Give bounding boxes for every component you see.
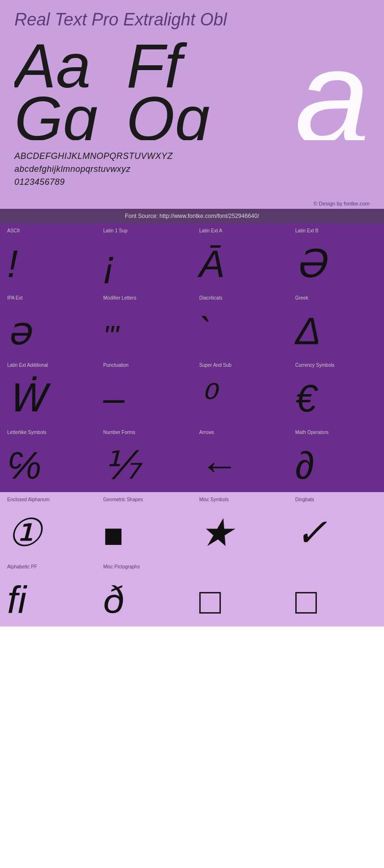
cat-greek: Greek <box>295 295 308 301</box>
cell-miscsymbols: Misc Symbols ★ <box>192 492 288 559</box>
cell-dingbats: Dingbats ✓ <box>288 492 384 559</box>
cell-miscpicto: Misc Pictographs ð <box>96 559 192 627</box>
cat-letterlike: Letterlike Symbols <box>7 430 47 435</box>
cat-arrows: Arrows <box>199 430 214 435</box>
sym-letterlike: ℅ <box>7 446 41 485</box>
sym-diacriticals: ` <box>199 312 212 350</box>
cat-alphabeticpf: Alphabetic PF <box>7 564 37 569</box>
cell-latinextadd: Latin Ext Additional Ẇ <box>0 358 96 425</box>
cat-miscsymbols: Misc Symbols <box>199 497 229 502</box>
cat-modletters: Modifier Letters <box>103 295 136 301</box>
sym-ipaext: ə <box>7 312 31 350</box>
cat-currency: Currency Symbols <box>295 362 335 368</box>
cat-miscpicto: Misc Pictographs <box>103 564 140 569</box>
letter-display: Aa Gg Ff Qq a <box>14 35 370 140</box>
cat-numberforms: Number Forms <box>103 430 135 435</box>
sym-latinextb: Ə <box>295 245 325 283</box>
sym-ascii: ! <box>7 245 18 283</box>
cell-diacriticals: Diacriticals ` <box>192 290 288 358</box>
cell-mathops: Math Operators ∂ <box>288 425 384 492</box>
sym-numberforms: ⅐ <box>103 446 141 485</box>
cell-punctuation: Punctuation – <box>96 358 192 425</box>
grid-row-1: ASCII ! Latin 1 Sup ¡ Latin Ext A Ā Lati… <box>0 223 384 290</box>
cat-latin1sup: Latin 1 Sup <box>103 228 128 233</box>
sym-box2: □ <box>295 583 317 619</box>
cell-latinextb: Latin Ext B Ə <box>288 223 384 290</box>
alphabet-lower: abcdefghijklmnopqrstuvwxyz <box>14 163 370 176</box>
cell-enclosedalpha: Enclosed Alphanum ① <box>0 492 96 559</box>
cat-geoshapes: Geometric Shapes <box>103 497 143 502</box>
cell-arrows: Arrows ← <box>192 425 288 492</box>
grid-row-4: Letterlike Symbols ℅ Number Forms ⅐ Arro… <box>0 425 384 492</box>
cell-modletters: Modifier Letters "' <box>96 290 192 358</box>
sym-greek: Δ <box>295 312 321 350</box>
sym-latinextadd: Ẇ <box>7 379 45 418</box>
cat-ipaext: IPA Ext <box>7 295 23 301</box>
cat-punctuation: Punctuation <box>103 362 129 368</box>
cell-geoshapes: Geometric Shapes ■ <box>96 492 192 559</box>
cell-letterlike: Letterlike Symbols ℅ <box>0 425 96 492</box>
sym-dingbats: ✓ <box>295 514 327 552</box>
cell-superandsub: Super And Sub ⁰ <box>192 358 288 425</box>
cell-box1: □ <box>192 559 288 627</box>
cat-latinexta: Latin Ext A <box>199 228 222 233</box>
sym-box1: □ <box>199 583 221 619</box>
letter-gg: Gg <box>14 87 97 140</box>
sym-enclosedalpha: ① <box>7 514 42 552</box>
cell-greek: Greek Δ <box>288 290 384 358</box>
sym-modletters: "' <box>103 322 119 350</box>
cat-enclosedalpha: Enclosed Alphanum <box>7 497 49 502</box>
alphabet-section: ABCDEFGHIJKLMNOPQRSTUVWXYZ abcdefghijklm… <box>0 145 384 198</box>
sym-geoshapes: ■ <box>103 518 123 552</box>
alphabet-upper: ABCDEFGHIJKLMNOPQRSTUVWXYZ <box>14 150 370 163</box>
cell-numberforms: Number Forms ⅐ <box>96 425 192 492</box>
cell-ipaext: IPA Ext ə <box>0 290 96 358</box>
big-a: a <box>295 35 370 140</box>
cat-superandsub: Super And Sub <box>199 362 231 368</box>
cell-alphabeticpf: Alphabetic PF ﬁ <box>0 559 96 627</box>
copyright: © Design by fontke.com <box>0 198 384 209</box>
sym-arrows: ← <box>199 446 238 485</box>
font-title: Real Text Pro Extralight Obl <box>14 10 370 30</box>
grid-row-5: Enclosed Alphanum ① Geometric Shapes ■ M… <box>0 492 384 559</box>
cat-latinextb: Latin Ext B <box>295 228 318 233</box>
sym-currency: € <box>295 379 317 418</box>
sym-mathops: ∂ <box>295 446 314 485</box>
sym-miscpicto: ð <box>103 581 125 619</box>
sym-latin1sup: ¡ <box>103 245 116 283</box>
cat-dingbats: Dingbats <box>295 497 314 502</box>
grid-row-2: IPA Ext ə Modifier Letters "' Diacritica… <box>0 290 384 358</box>
cat-ascii: ASCII <box>7 228 20 233</box>
sym-superandsub: ⁰ <box>199 379 215 418</box>
sym-punctuation: – <box>103 379 125 418</box>
grid-row-3: Latin Ext Additional Ẇ Punctuation – Sup… <box>0 358 384 425</box>
cell-currency: Currency Symbols € <box>288 358 384 425</box>
character-grid: ASCII ! Latin 1 Sup ¡ Latin Ext A Ā Lati… <box>0 223 384 627</box>
digits: 0123456789 <box>14 176 370 189</box>
sym-miscsymbols: ★ <box>199 514 234 552</box>
cell-ascii: ASCII ! <box>0 223 96 290</box>
source-bar: Font Source: http://www.fontke.com/font/… <box>0 209 384 223</box>
cat-diacriticals: Diacriticals <box>199 295 222 301</box>
grid-row-6: Alphabetic PF ﬁ Misc Pictographs ð □ □ <box>0 559 384 627</box>
header-section: Real Text Pro Extralight Obl Aa Gg Ff Qq… <box>0 0 384 145</box>
cat-latinextadd: Latin Ext Additional <box>7 362 48 368</box>
cell-latinexta: Latin Ext A Ā <box>192 223 288 290</box>
sym-alphabeticpf: ﬁ <box>7 581 26 619</box>
cat-mathops: Math Operators <box>295 430 328 435</box>
source-text: Font Source: http://www.fontke.com/font/… <box>125 213 259 219</box>
letter-qq: Qq <box>126 87 209 140</box>
cell-latin1sup: Latin 1 Sup ¡ <box>96 223 192 290</box>
cell-box2: □ <box>288 559 384 627</box>
sym-latinexta: Ā <box>199 245 225 283</box>
